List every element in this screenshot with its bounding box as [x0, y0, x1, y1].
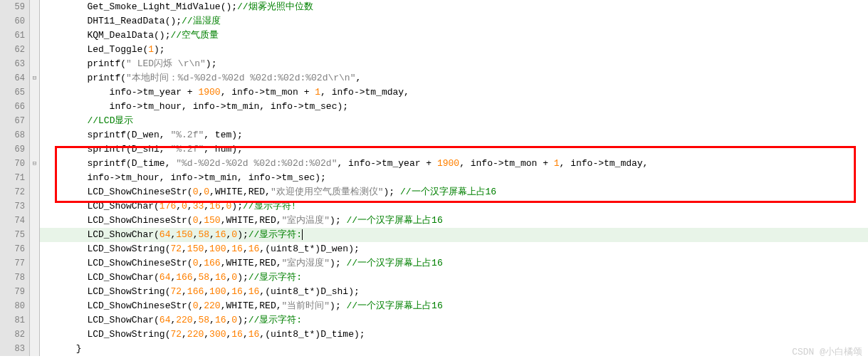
- fold-marker: [30, 100, 39, 114]
- fold-marker: [30, 114, 39, 128]
- line-number: 77: [0, 256, 29, 271]
- fold-marker[interactable]: ⊟: [30, 71, 39, 85]
- fold-marker: [30, 142, 39, 157]
- fold-marker: [30, 299, 39, 313]
- code-area[interactable]: Get_Smoke_Light_MidValue();//烟雾光照中位数 DHT…: [40, 0, 868, 356]
- code-line[interactable]: LCD_ShowString(72,166,100,16,16,(uint8_t…: [40, 285, 868, 299]
- code-line[interactable]: LCD_ShowChar(64,166,58,16,0);//显示字符:: [40, 271, 868, 285]
- line-number: 59: [0, 0, 29, 14]
- code-line[interactable]: DHT11_ReadData();//温湿度: [40, 14, 868, 28]
- code-line[interactable]: LCD_ShowChar(64,150,58,16,0);//显示字符:: [40, 228, 868, 242]
- fold-marker: [30, 313, 39, 328]
- code-line[interactable]: info->tm_hour, info->tm_min, info->tm_se…: [40, 171, 868, 185]
- fold-marker: [30, 214, 39, 228]
- line-number: 64: [0, 71, 29, 85]
- line-number: 74: [0, 214, 29, 228]
- fold-marker: [30, 85, 39, 100]
- fold-column[interactable]: ⊟⊟: [30, 0, 40, 356]
- fold-marker: [30, 285, 39, 299]
- code-line[interactable]: LCD_ShowChineseStr(0,220,WHITE,RED,"当前时间…: [40, 299, 868, 313]
- code-line[interactable]: //LCD显示: [40, 114, 868, 128]
- code-line[interactable]: LCD_ShowChineseStr(0,166,WHITE,RED,"室内湿度…: [40, 256, 868, 271]
- line-number: 81: [0, 313, 29, 328]
- line-number: 63: [0, 57, 29, 71]
- fold-marker: [30, 185, 39, 199]
- fold-marker: [30, 199, 39, 214]
- code-line[interactable]: LCD_ShowChineseStr(0,0,WHITE,RED,"欢迎使用空气…: [40, 185, 868, 199]
- line-number: 61: [0, 28, 29, 43]
- fold-marker: [30, 242, 39, 256]
- code-editor[interactable]: 5960616263646566676869707172737475767778…: [0, 0, 868, 356]
- line-number: 76: [0, 242, 29, 256]
- code-line[interactable]: printf("本地时间：%d-%02d-%02d %02d:%02d:%02d…: [40, 71, 868, 85]
- line-number: 82: [0, 328, 29, 342]
- code-line[interactable]: LCD_ShowChar(64,220,58,16,0);//显示字符:: [40, 313, 868, 328]
- code-line[interactable]: LCD_ShowChineseStr(0,150,WHITE,RED,"室内温度…: [40, 214, 868, 228]
- code-line[interactable]: Led_Toggle(1);: [40, 43, 868, 57]
- fold-marker: [30, 28, 39, 43]
- line-number: 70: [0, 157, 29, 171]
- fold-marker: [30, 342, 39, 356]
- code-line[interactable]: LCD_ShowChar(176,0,33,16,0);//显示字符!: [40, 199, 868, 214]
- code-line[interactable]: info->tm_hour, info->tm_min, info->tm_se…: [40, 100, 868, 114]
- code-line[interactable]: KQM_DealData();//空气质量: [40, 28, 868, 43]
- line-number: 69: [0, 142, 29, 157]
- code-line[interactable]: sprintf(D_wen, "%.2f", tem);: [40, 128, 868, 142]
- fold-marker: [30, 271, 39, 285]
- code-line[interactable]: info->tm_year + 1900, info->tm_mon + 1, …: [40, 85, 868, 100]
- line-number: 79: [0, 285, 29, 299]
- line-number: 68: [0, 128, 29, 142]
- fold-marker: [30, 43, 39, 57]
- line-number: 62: [0, 43, 29, 57]
- fold-marker: [30, 128, 39, 142]
- fold-marker: [30, 256, 39, 271]
- line-number: 67: [0, 114, 29, 128]
- fold-marker: [30, 171, 39, 185]
- line-number: 83: [0, 342, 29, 356]
- fold-marker: [30, 228, 39, 242]
- fold-marker: [30, 14, 39, 28]
- line-number: 80: [0, 299, 29, 313]
- line-number: 72: [0, 185, 29, 199]
- code-line[interactable]: sprintf(D_shi, "%.2f", hum);: [40, 142, 868, 157]
- line-number: 78: [0, 271, 29, 285]
- line-number: 66: [0, 100, 29, 114]
- line-number: 75: [0, 228, 29, 242]
- line-number: 60: [0, 14, 29, 28]
- fold-marker: [30, 328, 39, 342]
- code-line[interactable]: printf(" LED闪烁 \r\n");: [40, 57, 868, 71]
- code-line[interactable]: LCD_ShowString(72,220,300,16,16,(uint8_t…: [40, 328, 868, 342]
- code-line[interactable]: Get_Smoke_Light_MidValue();//烟雾光照中位数: [40, 0, 868, 14]
- code-line[interactable]: }: [40, 342, 868, 356]
- line-number-gutter: 5960616263646566676869707172737475767778…: [0, 0, 30, 356]
- code-line[interactable]: sprintf(D_time, "%d-%02d-%02d %02d:%02d:…: [40, 157, 868, 171]
- line-number: 73: [0, 199, 29, 214]
- fold-marker: [30, 57, 39, 71]
- line-number: 65: [0, 85, 29, 100]
- fold-marker: [30, 0, 39, 14]
- line-number: 71: [0, 171, 29, 185]
- code-line[interactable]: LCD_ShowString(72,150,100,16,16,(uint8_t…: [40, 242, 868, 256]
- fold-marker[interactable]: ⊟: [30, 157, 39, 171]
